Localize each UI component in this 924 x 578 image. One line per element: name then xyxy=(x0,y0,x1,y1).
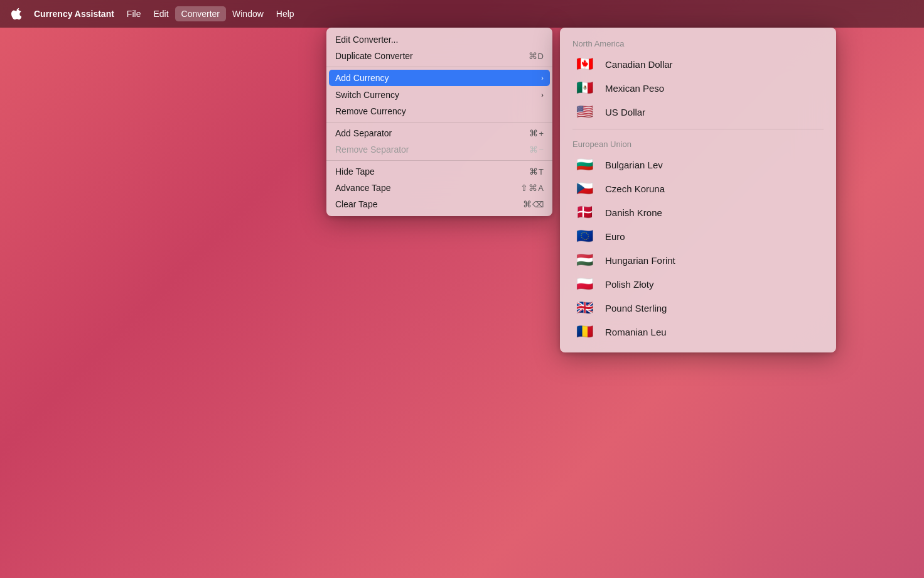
converter-dropdown: Edit Converter... Duplicate Converter ⌘D… xyxy=(326,28,552,216)
add-separator-item[interactable]: Add Separator ⌘+ xyxy=(326,125,552,141)
huf-flag: 🇭🇺 xyxy=(572,252,596,268)
ron-item[interactable]: 🇷🇴 Romanian Leu xyxy=(560,320,836,344)
dkk-item[interactable]: 🇩🇰 Danish Krone xyxy=(560,200,836,224)
mxn-flag: 🇲🇽 xyxy=(572,80,596,96)
cad-flag: 🇨🇦 xyxy=(572,56,596,72)
mxn-item[interactable]: 🇲🇽 Mexican Peso xyxy=(560,76,836,100)
usd-item[interactable]: 🇺🇸 US Dollar xyxy=(560,100,836,124)
dkk-flag: 🇩🇰 xyxy=(572,204,596,221)
apple-menu[interactable] xyxy=(5,0,28,28)
north-america-header: North America xyxy=(560,34,836,52)
czk-flag: 🇨🇿 xyxy=(572,180,596,197)
add-currency-item[interactable]: Add Currency › xyxy=(329,70,550,86)
edit-menu[interactable]: Edit xyxy=(147,6,175,21)
file-menu[interactable]: File xyxy=(121,6,148,21)
pln-flag: 🇵🇱 xyxy=(572,276,596,292)
add-currency-chevron: › xyxy=(541,74,544,82)
cad-item[interactable]: 🇨🇦 Canadian Dollar xyxy=(560,52,836,76)
gbp-flag: 🇬🇧 xyxy=(572,300,596,316)
usd-flag: 🇺🇸 xyxy=(572,104,596,120)
currency-submenu: North America 🇨🇦 Canadian Dollar 🇲🇽 Mexi… xyxy=(560,28,836,352)
eur-item[interactable]: 🇪🇺 Euro xyxy=(560,224,836,248)
menu-sep-1 xyxy=(326,67,552,67)
menu-sep-2 xyxy=(326,122,552,123)
submenu-divider xyxy=(572,129,824,129)
advance-tape-item[interactable]: Advance Tape ⇧⌘A xyxy=(326,180,552,196)
czk-item[interactable]: 🇨🇿 Czech Koruna xyxy=(560,177,836,200)
window-menu[interactable]: Window xyxy=(226,6,270,21)
eur-flag: 🇪🇺 xyxy=(572,228,596,244)
remove-currency-item[interactable]: Remove Currency xyxy=(326,103,552,119)
huf-item[interactable]: 🇭🇺 Hungarian Forint xyxy=(560,248,836,272)
menubar: Currency Assistant File Edit Converter W… xyxy=(0,0,924,28)
clear-tape-item[interactable]: Clear Tape ⌘⌫ xyxy=(326,196,552,212)
edit-converter-item[interactable]: Edit Converter... xyxy=(326,31,552,48)
ron-flag: 🇷🇴 xyxy=(572,324,596,340)
duplicate-converter-item[interactable]: Duplicate Converter ⌘D xyxy=(326,48,552,64)
bgn-item[interactable]: 🇧🇬 Bulgarian Lev xyxy=(560,153,836,177)
converter-menu[interactable]: Converter xyxy=(175,6,226,21)
european-union-header: European Union xyxy=(560,134,836,153)
hide-tape-item[interactable]: Hide Tape ⌘T xyxy=(326,163,552,180)
remove-separator-item[interactable]: Remove Separator ⌘− xyxy=(326,141,552,158)
pln-item[interactable]: 🇵🇱 Polish Złoty xyxy=(560,272,836,296)
bgn-flag: 🇧🇬 xyxy=(572,156,596,173)
app-name[interactable]: Currency Assistant xyxy=(28,6,121,21)
gbp-item[interactable]: 🇬🇧 Pound Sterling xyxy=(560,296,836,320)
switch-currency-item[interactable]: Switch Currency › xyxy=(326,87,552,103)
help-menu[interactable]: Help xyxy=(270,6,301,21)
menu-sep-3 xyxy=(326,160,552,161)
switch-currency-chevron: › xyxy=(541,91,544,99)
